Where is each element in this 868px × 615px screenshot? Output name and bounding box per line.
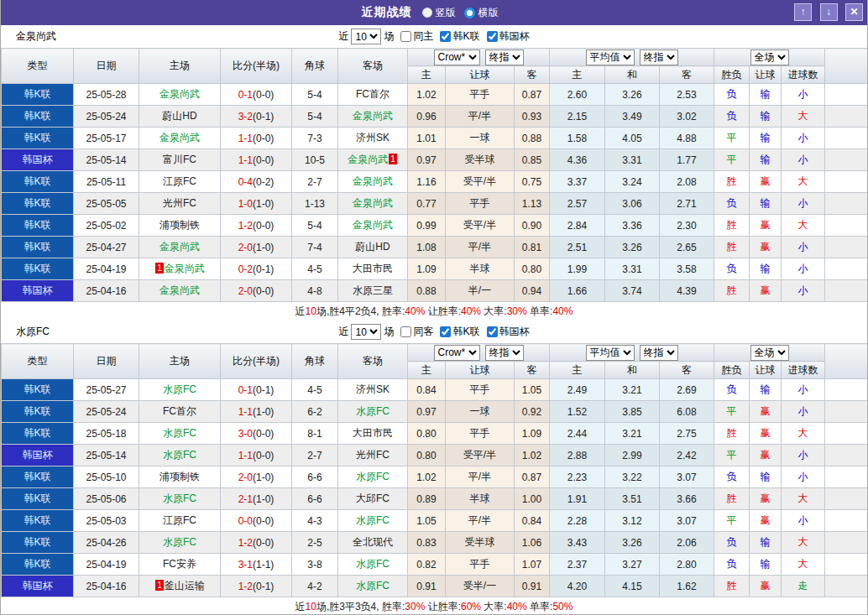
summary-segment: 40% (507, 601, 527, 612)
home-team-cell: 光州FC (139, 193, 221, 215)
match-row: 韩K联25-05-18水原FC3-0(0-0)8-1大田市民0.80平手1.09… (2, 423, 868, 445)
goals-result-cell: 小 (782, 258, 825, 280)
summary-segment: 30% (507, 305, 527, 317)
date-cell: 25-04-16 (74, 576, 139, 597)
away-team-cell: 金泉尚武 (338, 106, 408, 128)
cup-checkbox[interactable] (487, 326, 498, 337)
handicap-result-cell: 输 (750, 106, 782, 128)
average-stage-select[interactable]: 终指 (640, 50, 678, 65)
summary-segment: 场,胜3平3负4, 胜率: (316, 601, 405, 612)
match-count-select[interactable]: 10 (351, 29, 381, 44)
company-select[interactable]: Crow* (434, 50, 480, 65)
summary-segment: 单率: (527, 601, 553, 612)
odds-home-cell: 0.82 (408, 554, 446, 576)
corner-cell: 7-3 (292, 128, 338, 149)
goals-result-cell: 小 (782, 466, 825, 488)
team-label: 水原FC (163, 493, 196, 504)
halftime-score: (0-1) (253, 581, 274, 592)
team-label: 光州FC (163, 197, 196, 209)
competition-type-cell: 韩K联 (2, 466, 74, 488)
fulltime-score: 1-1 (238, 133, 253, 144)
same-venue-checkbox-label: 同客 (413, 325, 433, 339)
corner-cell: 6-6 (292, 466, 338, 488)
radio-icon[interactable] (422, 8, 432, 18)
cup-checkbox[interactable] (487, 31, 498, 42)
result-cell: 负 (714, 193, 750, 215)
company-select[interactable]: Crow* (434, 345, 480, 361)
avg-draw-cell: 3.21 (605, 379, 660, 401)
team-label: 水原FC (163, 536, 196, 548)
match-row: 韩K联25-05-27水原FC0-1(0-1)4-5济州SK0.84平手1.05… (2, 379, 868, 401)
goals-result-cell: 大 (782, 532, 825, 554)
avg-away-cell: 3.07 (660, 466, 714, 488)
date-cell: 25-05-14 (74, 149, 139, 171)
match-row: 韩K联25-04-19FC安养3-1(1-1)3-8水原FC0.82平手1.07… (2, 554, 868, 576)
sub-column-header: 主 (550, 66, 605, 84)
avg-home-cell: 2.44 (550, 423, 605, 445)
move-up-button[interactable]: ↑ (794, 3, 812, 21)
odds-stage-select[interactable]: 终指 (485, 50, 524, 65)
column-header: 角球 (292, 49, 338, 84)
average-select[interactable]: 平均值 (586, 345, 635, 361)
goals-result-cell: 小 (782, 237, 825, 258)
home-team-cell: 水原FC (139, 423, 221, 445)
avg-home-cell: 1.91 (550, 488, 605, 510)
sub-column-header: 胜负 (714, 362, 750, 379)
avg-draw-cell: 3.85 (605, 401, 660, 423)
result-group-header: 全场 (714, 49, 825, 66)
fulltime-score: 1-1 (238, 450, 253, 461)
move-down-button[interactable]: ↓ (820, 3, 838, 21)
score-cell: 2-0(1-0) (221, 237, 292, 258)
team-label: 金泉尚武 (353, 197, 393, 209)
handicap-result-cell: 输 (750, 466, 782, 488)
spacer-cell (825, 237, 868, 258)
layout-radio-0[interactable]: 竖版 (422, 6, 456, 20)
corner-cell: 6-6 (292, 488, 338, 510)
avg-home-cell: 1.52 (550, 401, 605, 423)
avg-draw-cell: 3.27 (605, 554, 660, 576)
avg-draw-cell: 4.15 (605, 576, 660, 597)
handicap-cell: 受半/一 (446, 576, 515, 597)
layout-radio-1[interactable]: 横版 (464, 6, 499, 20)
odds-stage-select[interactable]: 终指 (485, 345, 524, 361)
team-label: 江原FC (163, 175, 196, 187)
scope-select[interactable]: 全场 (750, 50, 789, 65)
close-button[interactable]: ✕ (845, 3, 863, 21)
odds-away-cell: 0.81 (515, 237, 550, 258)
same-venue-checkbox[interactable] (400, 31, 411, 42)
fulltime-score: 0-2 (238, 263, 253, 275)
avg-draw-cell: 3.31 (605, 258, 660, 280)
sub-column-header: 客 (515, 66, 550, 84)
score-cell: 0-1(0-1) (221, 379, 292, 401)
spacer-column-header (825, 49, 868, 84)
home-team-cell: 浦项制铁 (139, 215, 221, 237)
column-header: 日期 (74, 49, 139, 84)
team-label: 济州SK (356, 132, 390, 143)
fulltime-score: 0-0 (238, 515, 253, 527)
scope-select[interactable]: 全场 (750, 345, 789, 361)
league-checkbox[interactable] (440, 326, 451, 337)
score-cell: 1-1(0-0) (221, 445, 292, 466)
average-stage-select[interactable]: 终指 (640, 345, 678, 361)
radio-icon[interactable] (464, 8, 475, 18)
halftime-score: (0-0) (253, 450, 274, 461)
spacer-cell (825, 554, 868, 576)
average-select[interactable]: 平均值 (586, 50, 635, 65)
avg-home-cell: 3.37 (550, 171, 605, 193)
match-row: 韩国杯25-04-16金泉尚武2-0(0-0)4-8水原三星0.88半/一0.9… (2, 280, 868, 302)
column-header: 主场 (139, 344, 221, 379)
handicap-cell: 半球 (446, 488, 515, 510)
spacer-cell (825, 401, 868, 423)
avg-away-cell: 6.08 (660, 401, 714, 423)
same-venue-checkbox[interactable] (400, 326, 411, 337)
avg-draw-cell: 2.99 (605, 445, 660, 466)
fulltime-score: 1-1 (238, 406, 253, 418)
league-checkbox[interactable] (440, 31, 451, 42)
avg-draw-cell: 3.49 (605, 106, 660, 128)
match-count-select[interactable]: 10 (351, 324, 381, 340)
team-label: 金泉尚武 (353, 110, 393, 122)
team-label: 蔚山HD (355, 241, 390, 253)
column-header: 主场 (139, 49, 221, 84)
column-header: 比分(半场) (221, 344, 292, 379)
average-group-header: 平均值终指 (550, 344, 714, 362)
